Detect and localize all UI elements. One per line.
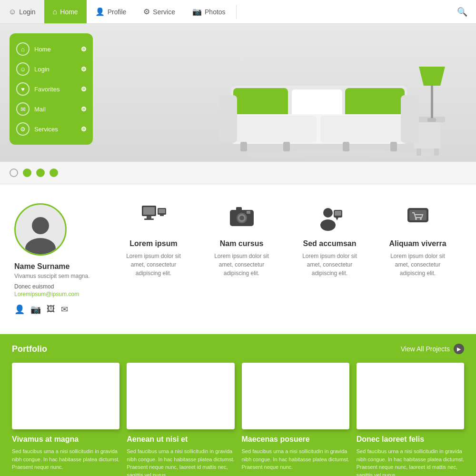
profile-sub: Vivamus suscipit sem magna. [14,273,109,279]
svg-rect-10 [345,88,405,118]
feature-3: Sed accumsan Lorem ipsum dolor sit amet,… [286,203,374,315]
nav-home[interactable]: ⌂ Home [44,0,87,23]
feature-1-title: Lorem ipsum [119,239,188,248]
feature-computer-icon [139,203,168,232]
svg-rect-7 [427,118,436,122]
sofa-illustration [205,38,452,162]
svg-point-37 [320,219,336,231]
svg-rect-17 [240,142,247,151]
portfolio-title: Portfolio [12,344,47,354]
feature-4-title: Aliquam viverra [383,239,452,248]
view-all-projects[interactable]: View All Projects ▶ [401,344,464,354]
action-user-icon[interactable]: 👤 [14,304,25,315]
svg-rect-25 [147,216,151,218]
feature-1-text: Lorem ipsum dolor sit amet, consectetur … [119,252,188,278]
home-icon: ⌂ [53,8,58,16]
portfolio-img-3 [357,363,464,429]
svg-point-36 [323,208,333,218]
photos-icon: 📷 [192,7,202,16]
nav-login[interactable]: ☺ Login [0,0,44,23]
svg-marker-6 [419,67,445,86]
feature-3-text: Lorem ipsum dolor sit amet, consectetur … [295,252,364,278]
svg-rect-14 [320,116,405,142]
feature-3-title: Sed accumsan [295,239,364,248]
portfolio-item-3: Donec laoreet felis Sed faucibus urna a … [357,363,464,476]
feature-2: Nam cursus Lorem ipsum dolor sit amet, c… [198,203,286,315]
sidebar-favorites-icon: ♥ [16,82,30,96]
svg-rect-20 [390,142,397,151]
sidebar-item-home[interactable]: ⌂ Home [10,39,93,59]
svg-rect-29 [160,215,164,216]
profile-card: Name Surname Vivamus suscipit sem magna.… [14,203,109,315]
svg-point-44 [420,218,422,220]
avatar [14,203,67,256]
nav-service[interactable]: ⚙ Service [135,0,184,23]
svg-rect-39 [335,211,341,216]
portfolio-section: Portfolio View All Projects ▶ Vivamus at… [0,334,476,476]
feature-2-text: Lorem ipsum dolor sit amet, consectetur … [207,252,276,278]
portfolio-item-1-text: Sed faucibus urna a nisi sollicitudin in… [127,447,234,476]
nav-photos[interactable]: 📷 Photos [184,0,234,23]
svg-point-21 [32,217,49,234]
slider-dot-4[interactable] [50,169,58,177]
sidebar-item-services[interactable]: ⚙ Services [10,119,93,139]
svg-rect-18 [283,142,290,151]
portfolio-item-0-text: Sed faucibus urna a nisi sollicitudin in… [12,447,119,471]
portfolio-item-1-title: Aenean ut nisi et [127,435,234,444]
sidebar-dot-login [81,67,86,71]
slider-dot-2[interactable] [23,169,31,177]
profile-actions: 👤 📷 🖼 ✉ [14,304,109,315]
features-section: Lorem ipsum Lorem ipsum dolor sit amet, … [109,203,462,315]
sidebar-item-mail[interactable]: ✉ Mail [10,99,93,119]
feature-4-text: Lorem ipsum dolor sit amet, consectetur … [383,252,452,278]
svg-rect-11 [292,89,342,117]
svg-point-33 [239,216,244,220]
portfolio-img-2 [242,363,349,429]
svg-rect-26 [144,218,154,220]
feature-person-icon [316,203,344,232]
svg-point-0 [243,150,433,159]
sidebar-mail-icon: ✉ [16,102,30,116]
sidebar-login-icon: ☺ [16,62,30,76]
portfolio-item-0-title: Vivamus at magna [12,435,119,444]
portfolio-item-0: Vivamus at magna Sed faucibus urna a nis… [12,363,119,476]
portfolio-header: Portfolio View All Projects ▶ [12,344,464,354]
profile-section: Name Surname Vivamus suscipit sem magna.… [0,184,476,334]
service-icon: ⚙ [143,7,150,16]
sidebar-menu: ⌂ Home ☺ Login ♥ Favorites ✉ Mail ⚙ Serv… [10,33,93,145]
sidebar-dot-favorites [81,87,86,91]
svg-rect-28 [159,209,165,213]
portfolio-item-2: Maecenas posuere Sed faucibus urna a nis… [242,363,349,476]
slider-dot-1[interactable] [10,169,18,177]
sidebar-item-favorites[interactable]: ♥ Favorites [10,79,93,99]
sidebar-services-icon: ⚙ [16,122,30,136]
avatar-svg [19,211,62,254]
feature-2-title: Nam cursus [207,239,276,248]
svg-rect-9 [233,88,288,118]
profile-name: Name Surname [14,262,109,271]
profile-email[interactable]: Loremipsum@ipsum.com [14,291,109,298]
action-photo-icon[interactable]: 🖼 [47,304,55,315]
sidebar-dot-home [81,47,86,51]
action-mail-icon[interactable]: ✉ [61,304,68,315]
sidebar-dot-mail [81,107,86,111]
profile-icon: 👤 [95,7,105,16]
sidebar-home-icon: ⌂ [16,42,30,56]
slider-dots [0,162,476,184]
feature-camera-icon [228,203,256,232]
sidebar-item-login[interactable]: ☺ Login [10,59,93,79]
slider-dot-3[interactable] [36,169,45,177]
portfolio-grid: Vivamus at magna Sed faucibus urna a nis… [12,363,464,476]
portfolio-item-1: Aenean ut nisi et Sed faucibus urna a ni… [127,363,234,476]
svg-rect-13 [233,116,317,142]
action-camera-icon[interactable]: 📷 [30,304,41,315]
svg-rect-4 [434,149,439,156]
hero-section: ⌂ Home ☺ Login ♥ Favorites ✉ Mail ⚙ Serv… [0,24,476,162]
svg-rect-15 [219,95,237,143]
svg-rect-3 [416,149,421,156]
svg-point-43 [415,218,417,220]
portfolio-item-2-title: Maecenas posuere [242,435,349,444]
search-button[interactable]: 🔍 [448,7,476,17]
nav-profile[interactable]: 👤 Profile [87,0,135,23]
feature-4: Aliquam viverra Lorem ipsum dolor sit am… [374,203,462,315]
